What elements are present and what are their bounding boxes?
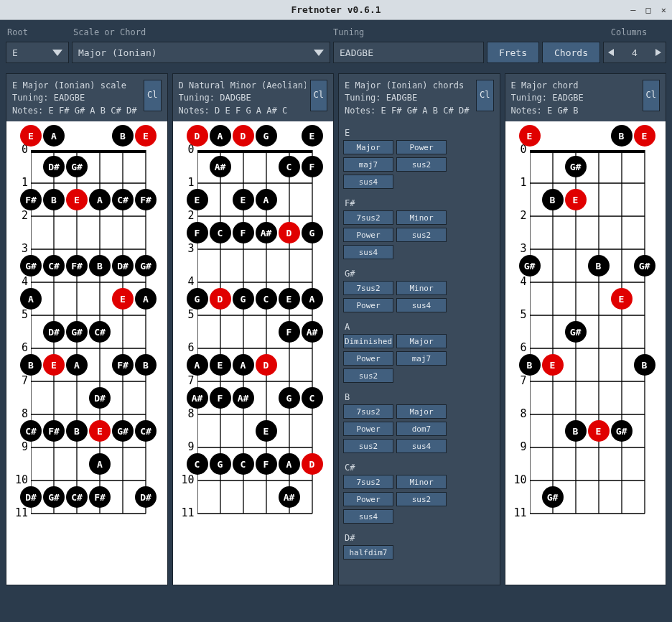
- chord-chip[interactable]: 7sus2: [343, 475, 393, 489]
- chord-chip[interactable]: Power: [343, 492, 393, 506]
- chord-chip[interactable]: Power: [396, 140, 447, 154]
- fret-note: C#: [43, 255, 65, 277]
- fret-note: E: [611, 288, 633, 310]
- fret-note: G#: [20, 255, 42, 277]
- fret-note: F: [187, 222, 208, 243]
- chord-chip[interactable]: Minor: [396, 281, 447, 295]
- panels: E Major (Ionian) scaleTuning: EADGBENote…: [0, 68, 672, 591]
- fret-note: D#: [43, 321, 65, 343]
- chord-chip[interactable]: halfdim7: [343, 545, 393, 560]
- chord-chip[interactable]: Power: [343, 298, 393, 312]
- chord-chip[interactable]: Power: [343, 351, 393, 366]
- fret-note: E: [112, 288, 134, 310]
- chord-chip[interactable]: sus4: [343, 175, 393, 189]
- columns-decrement[interactable]: [604, 42, 618, 62]
- chord-chip[interactable]: Power: [343, 422, 393, 436]
- chord-chip[interactable]: Diminished: [343, 334, 393, 348]
- fret-note: G: [187, 288, 208, 310]
- panel-tuning: Tuning: DADGBE: [179, 92, 306, 104]
- fret-note: A: [302, 288, 323, 310]
- columns-increment[interactable]: [651, 42, 666, 62]
- fret-note: A: [43, 125, 65, 147]
- chords-button[interactable]: Chords: [542, 42, 600, 63]
- chord-chip[interactable]: sus2: [396, 157, 447, 172]
- chord-chip[interactable]: 7sus2: [343, 404, 393, 419]
- chord-chip[interactable]: Major: [343, 140, 393, 154]
- fret-note: B: [588, 255, 610, 277]
- panel-title: D Natural Minor (Aeolian) s: [179, 80, 306, 92]
- fret-note: E: [279, 288, 300, 310]
- chord-chip[interactable]: sus2: [396, 492, 447, 506]
- chevron-down-icon: [52, 50, 62, 56]
- chord-chip[interactable]: sus4: [343, 509, 393, 524]
- fret-note: B: [135, 354, 157, 376]
- close-icon[interactable]: ✕: [661, 5, 666, 15]
- tuning-input[interactable]: [333, 42, 484, 63]
- columns-stepper: 4: [603, 42, 666, 63]
- chord-chip[interactable]: sus4: [396, 298, 447, 312]
- root-select[interactable]: E: [6, 42, 69, 63]
- label-root: Root: [7, 27, 73, 37]
- panel-notes: Notes: E F# G# A B C# D#: [12, 105, 139, 117]
- panel-title: E Major (Ionian) chords: [345, 80, 472, 92]
- fret-note: C#: [89, 321, 111, 343]
- fret-note: A: [233, 354, 254, 376]
- panel-info: E Major chordTuning: EADGBENotes: E G# B: [511, 80, 638, 117]
- fret-note: B: [542, 189, 564, 210]
- fret-note: G#: [519, 255, 541, 277]
- chord-root-label: F#: [343, 196, 495, 210]
- fret-note: D: [279, 222, 300, 243]
- panel-info: D Natural Minor (Aeolian) sTuning: DADGB…: [179, 80, 306, 117]
- fret-note: G#: [565, 321, 587, 343]
- panel-body: EMajorPowermaj7sus2sus4F#7sus2MinorPower…: [339, 121, 500, 585]
- scale-select-value: Major (Ionian): [78, 47, 157, 58]
- chord-chip[interactable]: Minor: [396, 210, 447, 225]
- chord-chip[interactable]: Power: [343, 228, 393, 242]
- fret-note: D: [187, 125, 208, 147]
- fret-note: F#: [43, 420, 65, 442]
- fret-note: B: [66, 420, 88, 442]
- panel-close-button[interactable]: Cl: [310, 80, 327, 111]
- fret-note: F: [233, 222, 254, 243]
- window-title: Fretnoter v0.6.1: [291, 4, 381, 15]
- fret-note: F#: [66, 255, 88, 277]
- chord-chip[interactable]: Major: [396, 404, 447, 419]
- fret-note: F: [302, 156, 323, 177]
- chord-chip[interactable]: dom7: [396, 422, 447, 436]
- chord-chip[interactable]: sus2: [343, 439, 393, 453]
- chord-chip[interactable]: sus2: [396, 228, 447, 242]
- maximize-icon[interactable]: □: [646, 5, 651, 15]
- fret-note: G#: [66, 321, 88, 343]
- frets-button[interactable]: Frets: [487, 42, 539, 63]
- fret-note: A: [89, 453, 111, 475]
- fret-note: E: [187, 189, 208, 210]
- fret-note: D: [210, 288, 231, 310]
- fret-note: G#: [634, 255, 655, 277]
- panel-close-button[interactable]: Cl: [643, 80, 660, 111]
- chord-chip[interactable]: sus4: [343, 245, 393, 259]
- fret-note: D#: [135, 486, 157, 508]
- minimize-icon[interactable]: –: [630, 5, 635, 15]
- chord-chip[interactable]: sus2: [343, 368, 393, 383]
- panel-close-button[interactable]: Cl: [476, 80, 493, 111]
- scale-select[interactable]: Major (Ionian): [72, 42, 330, 63]
- chord-chip[interactable]: Minor: [396, 475, 447, 489]
- chord-chip[interactable]: maj7: [343, 157, 393, 172]
- fret-note: A: [279, 453, 300, 475]
- columns-value: 4: [618, 42, 651, 62]
- chord-chip[interactable]: 7sus2: [343, 210, 393, 225]
- fret-note: E: [233, 189, 254, 210]
- chord-chip[interactable]: maj7: [396, 351, 447, 366]
- fret-note: B: [20, 354, 42, 376]
- label-columns: Columns: [593, 27, 665, 37]
- panel-close-button[interactable]: Cl: [144, 80, 161, 111]
- fret-note: E: [135, 125, 157, 147]
- chord-chip[interactable]: sus4: [396, 439, 447, 453]
- fret-note: A#: [187, 387, 208, 409]
- fret-note: E: [302, 125, 323, 147]
- chord-chip[interactable]: 7sus2: [343, 281, 393, 295]
- panel-notes: Notes: E G# B: [511, 105, 638, 117]
- fret-note: A: [187, 354, 208, 376]
- chord-chip[interactable]: Major: [396, 334, 447, 348]
- fret-note: A#: [279, 486, 300, 508]
